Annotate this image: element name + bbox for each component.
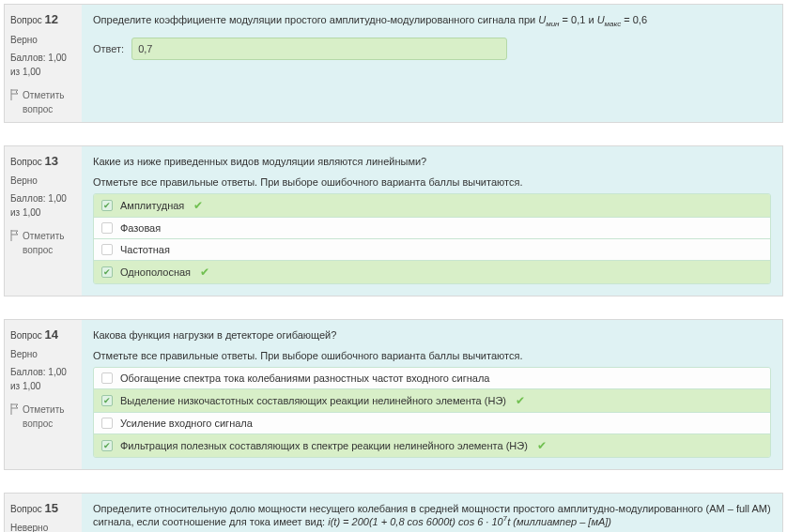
option-label: Однополосная [120,266,191,278]
tick-icon: ✔ [200,266,209,279]
question-12: Вопрос 12 Верно Баллов: 1,00 из 1,00 Отм… [4,4,783,123]
option-item: ✔Выделение низкочастотных составляющих р… [94,388,770,412]
question-content: Какие из ниже приведенных видов модуляци… [82,146,782,296]
question-number: Вопрос 12 [10,10,76,29]
status-text: Верно [10,33,76,47]
options-list: Обогащение спектра тока колебаниями разн… [93,367,771,458]
checkbox[interactable]: ✔ [101,266,113,278]
question-15: Вопрос 15 Неверно Баллов: 0,00 из 1,00 О… [4,493,783,533]
checkbox[interactable] [101,222,113,234]
option-label: Усиление входного сигнала [120,418,253,429]
status-text: Верно [10,347,76,361]
option-item: ✔Однополосная✔ [94,260,770,283]
score-text: Баллов: 1,00 из 1,00 [10,365,76,393]
instruction-text: Отметьте все правильные ответы. При выбо… [93,176,771,188]
option-item: Фазовая [94,217,770,238]
flag-question-link[interactable]: Отметить вопрос [10,403,76,431]
status-text: Верно [10,174,76,188]
option-label: Частотная [120,244,170,255]
option-item: ✔Амплитудная✔ [94,194,770,217]
flag-label: Отметить вопрос [23,403,76,431]
question-content: Определите относительную долю мощности н… [82,494,782,533]
checkbox[interactable]: ✔ [101,440,113,451]
options-list: ✔Амплитудная✔ФазоваяЧастотная✔Однополосн… [93,193,771,284]
score-text: Баллов: 1,00 из 1,00 [10,51,76,79]
question-text: Определите относительную долю мощности н… [93,503,771,527]
flag-question-link[interactable]: Отметить вопрос [10,229,76,257]
option-label: Выделение низкочастотных составляющих ре… [120,395,506,406]
option-item: Усиление входного сигнала [94,412,770,433]
option-label: Амплитудная [120,200,184,211]
flag-icon [10,403,20,415]
flag-question-link[interactable]: Отметить вопрос [10,88,76,116]
instruction-text: Отметьте все правильные ответы. При выбо… [93,350,771,361]
checkbox[interactable]: ✔ [101,395,113,406]
option-item: Частотная [94,238,770,260]
checkbox[interactable] [101,418,113,429]
flag-label: Отметить вопрос [23,88,76,116]
question-14: Вопрос 14 Верно Баллов: 1,00 из 1,00 Отм… [4,319,783,470]
option-label: Фазовая [120,222,161,234]
question-content: Какова функция нагрузки в детекторе огиб… [82,320,782,469]
flag-icon [10,89,20,100]
option-item: ✔Фильтрация полезных составляющих в спек… [94,433,770,457]
question-content: Определите коэффициенте модуляции просто… [82,5,782,122]
answer-label: Ответ: [93,43,124,54]
question-text: Какие из ниже приведенных видов модуляци… [93,156,771,167]
question-sidebar: Вопрос 12 Верно Баллов: 1,00 из 1,00 Отм… [5,5,82,122]
status-text: Неверно [10,521,76,532]
flag-label: Отметить вопрос [23,229,76,257]
question-number: Вопрос 14 [10,326,76,344]
tick-icon: ✔ [537,439,547,452]
answer-row: Ответ: [93,38,771,60]
score-text: Баллов: 1,00 из 1,00 [10,191,76,220]
question-sidebar: Вопрос 13 Верно Баллов: 1,00 из 1,00 Отм… [5,146,82,296]
checkbox[interactable]: ✔ [101,200,113,211]
checkbox[interactable] [101,244,113,255]
question-number: Вопрос 13 [10,152,76,171]
question-number: Вопрос 15 [10,499,76,518]
checkbox[interactable] [101,372,113,384]
tick-icon: ✔ [516,394,525,407]
question-sidebar: Вопрос 14 Верно Баллов: 1,00 из 1,00 Отм… [5,320,82,469]
answer-input[interactable] [131,38,507,60]
question-text: Какова функция нагрузки в детекторе огиб… [93,329,771,341]
option-label: Фильтрация полезных составляющих в спект… [120,440,528,451]
option-label: Обогащение спектра тока колебаниями разн… [120,372,489,384]
question-text: Определите коэффициенте модуляции просто… [93,14,771,28]
question-sidebar: Вопрос 15 Неверно Баллов: 0,00 из 1,00 О… [5,494,82,533]
option-item: Обогащение спектра тока колебаниями разн… [94,368,770,388]
question-13: Вопрос 13 Верно Баллов: 1,00 из 1,00 Отм… [4,145,783,296]
tick-icon: ✔ [193,199,203,212]
flag-icon [10,230,20,241]
